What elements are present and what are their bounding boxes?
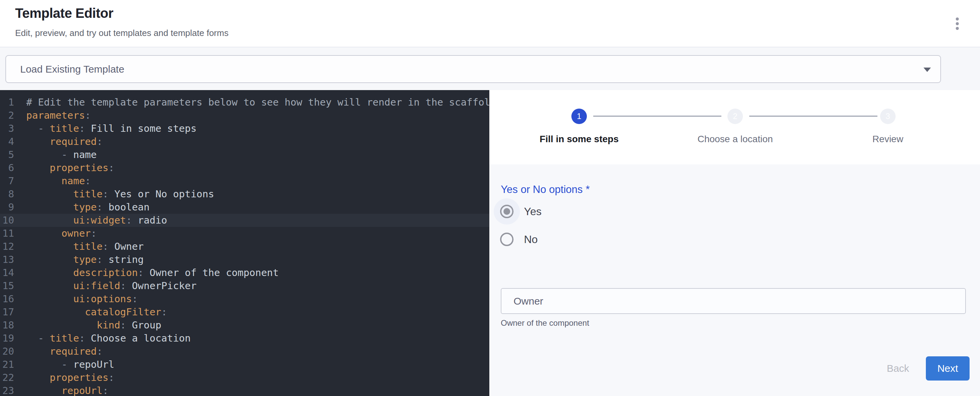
- code-text: - title: Fill in some steps: [26, 122, 196, 135]
- stepper-connector: [749, 116, 877, 117]
- code-line-11[interactable]: 11 owner:: [0, 227, 489, 240]
- step-label: Review: [872, 134, 903, 145]
- code-text: parameters:: [26, 109, 91, 122]
- code-text: title: Owner: [26, 240, 143, 253]
- step-circle-2: 2: [727, 108, 743, 124]
- line-number: 12: [0, 240, 14, 253]
- code-line-23[interactable]: 23 repoUrl:: [0, 384, 489, 396]
- step-circle-3: 3: [880, 108, 896, 124]
- line-number: 9: [0, 201, 14, 214]
- line-number: 13: [0, 253, 14, 266]
- code-text: type: string: [26, 253, 143, 266]
- code-text: properties:: [26, 161, 115, 175]
- line-number: 19: [0, 332, 14, 345]
- radio-option-label: Yes: [524, 205, 541, 218]
- step-circle-1: 1: [571, 108, 587, 124]
- code-text: ui:field: OwnerPicker: [26, 279, 196, 293]
- line-number: 8: [0, 188, 14, 201]
- code-line-13[interactable]: 13 type: string: [0, 253, 489, 266]
- radio-halo: [494, 226, 520, 253]
- code-text: properties:: [26, 371, 115, 384]
- main-split: 1# Edit the template parameters below to…: [0, 90, 980, 396]
- code-line-8[interactable]: 8 title: Yes or No options: [0, 188, 489, 201]
- code-text: title: Yes or No options: [26, 188, 214, 201]
- radio-halo: [494, 198, 520, 224]
- code-text: kind: Group: [26, 319, 161, 332]
- code-line-16[interactable]: 16 ui:options:: [0, 293, 489, 305]
- line-number: 15: [0, 279, 14, 293]
- template-form-preview: 1Fill in some steps2Choose a location3Re…: [489, 90, 980, 396]
- line-number: 18: [0, 319, 14, 332]
- line-number: 5: [0, 148, 14, 161]
- next-button[interactable]: Next: [926, 356, 970, 380]
- yaml-code-editor[interactable]: 1# Edit the template parameters below to…: [0, 90, 489, 396]
- code-line-2[interactable]: 2parameters:: [0, 109, 489, 122]
- radio-group-label: Yes or No options*: [501, 184, 590, 196]
- radio-option-yes[interactable]: Yes: [494, 198, 541, 224]
- code-line-3[interactable]: 3 - title: Fill in some steps: [0, 122, 489, 135]
- radio-unchecked-icon[interactable]: [500, 233, 514, 246]
- code-text: repoUrl:: [26, 384, 108, 396]
- code-text: owner:: [26, 227, 97, 240]
- stepper: 1Fill in some steps2Choose a location3Re…: [489, 90, 980, 164]
- code-line-21[interactable]: 21 - repoUrl: [0, 358, 489, 371]
- code-text: catalogFilter:: [26, 305, 167, 319]
- line-number: 2: [0, 109, 14, 122]
- line-number: 1: [0, 96, 14, 109]
- code-text: ui:options:: [26, 293, 138, 305]
- line-number: 7: [0, 175, 14, 188]
- code-line-20[interactable]: 20 required:: [0, 345, 489, 358]
- kebab-dot-icon: [956, 27, 959, 30]
- code-line-1[interactable]: 1# Edit the template parameters below to…: [0, 96, 489, 109]
- load-existing-template-label: Load Existing Template: [20, 56, 124, 83]
- code-line-10[interactable]: 10 ui:widget: radio: [0, 214, 489, 227]
- code-text: - repoUrl: [26, 358, 115, 371]
- kebab-menu-button[interactable]: [951, 17, 963, 30]
- code-line-9[interactable]: 9 type: boolean: [0, 201, 489, 214]
- line-number: 14: [0, 266, 14, 279]
- line-number: 22: [0, 371, 14, 384]
- line-number: 6: [0, 161, 14, 175]
- form-area: Yes or No options* Owner Owner of the co…: [489, 164, 980, 396]
- radio-option-no[interactable]: No: [494, 226, 538, 253]
- radio-checked-icon[interactable]: [500, 205, 514, 218]
- code-line-5[interactable]: 5 - name: [0, 148, 489, 161]
- load-template-toolbar: Load Existing Template: [0, 48, 980, 90]
- back-button[interactable]: Back: [876, 356, 920, 380]
- code-line-19[interactable]: 19 - title: Choose a location: [0, 332, 489, 345]
- line-number: 4: [0, 135, 14, 148]
- caret-down-icon: [923, 68, 931, 72]
- page-header: Template Editor Edit, preview, and try o…: [0, 0, 980, 48]
- code-text: name:: [26, 175, 91, 188]
- code-line-4[interactable]: 4 required:: [0, 135, 489, 148]
- required-marker: *: [586, 184, 590, 195]
- code-line-18[interactable]: 18 kind: Group: [0, 319, 489, 332]
- code-line-7[interactable]: 7 name:: [0, 175, 489, 188]
- line-number: 3: [0, 122, 14, 135]
- code-line-12[interactable]: 12 title: Owner: [0, 240, 489, 253]
- code-text: - name: [26, 148, 97, 161]
- line-number: 11: [0, 227, 14, 240]
- code-text: required:: [26, 345, 103, 358]
- code-line-22[interactable]: 22 properties:: [0, 371, 489, 384]
- code-text: type: boolean: [26, 201, 150, 214]
- line-number: 10: [0, 214, 14, 227]
- code-line-17[interactable]: 17 catalogFilter:: [0, 305, 489, 319]
- code-text: # Edit the template parameters below to …: [26, 96, 489, 109]
- code-line-6[interactable]: 6 properties:: [0, 161, 489, 175]
- step-label: Fill in some steps: [540, 134, 619, 145]
- line-number: 23: [0, 384, 14, 396]
- radio-option-label: No: [524, 233, 538, 246]
- owner-helper-text: Owner of the component: [501, 318, 589, 328]
- stepper-connector: [593, 116, 721, 117]
- code-line-14[interactable]: 14 description: Owner of the component: [0, 266, 489, 279]
- code-text: required:: [26, 135, 103, 148]
- code-line-15[interactable]: 15 ui:field: OwnerPicker: [0, 279, 489, 293]
- step-label: Choose a location: [697, 134, 773, 145]
- owner-input[interactable]: Owner: [501, 288, 966, 314]
- code-text: ui:widget: radio: [26, 214, 167, 227]
- load-existing-template-select[interactable]: Load Existing Template: [5, 55, 941, 83]
- code-text: description: Owner of the component: [26, 266, 279, 279]
- line-number: 20: [0, 345, 14, 358]
- kebab-dot-icon: [956, 22, 959, 25]
